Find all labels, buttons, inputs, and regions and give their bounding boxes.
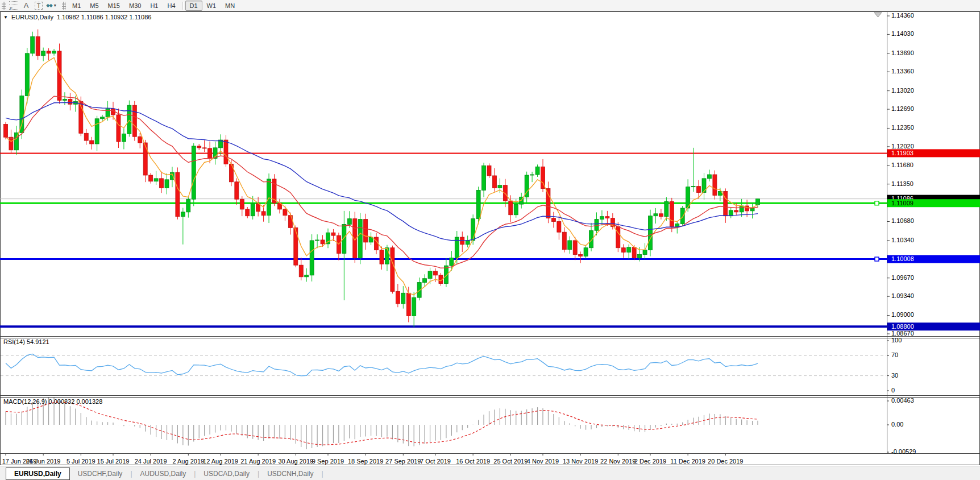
mt5-terminal: F A T ◆◆▾ M1 M5 M15 M30 H1 H4 D1 W1 MN 1… xyxy=(0,0,980,480)
toolbar: F A T ◆◆▾ M1 M5 M15 M30 H1 H4 D1 W1 MN xyxy=(0,0,980,11)
timeframe-w1-button[interactable]: W1 xyxy=(202,1,221,11)
svg-text:0.00463: 0.00463 xyxy=(891,397,914,404)
svg-text:1.13020: 1.13020 xyxy=(891,87,914,94)
svg-text:12 Aug 2019: 12 Aug 2019 xyxy=(203,458,238,465)
svg-text:1.10340: 1.10340 xyxy=(891,237,914,243)
svg-text:-0.00529: -0.00529 xyxy=(891,448,916,455)
svg-text:24 Jul 2019: 24 Jul 2019 xyxy=(135,458,167,465)
svg-text:16 Oct 2019: 16 Oct 2019 xyxy=(456,458,490,465)
chart-area[interactable]: 1.143601.140301.136901.133601.130201.126… xyxy=(0,11,980,465)
svg-text:1.12690: 1.12690 xyxy=(891,105,914,112)
svg-text:25 Oct 2019: 25 Oct 2019 xyxy=(493,458,528,465)
text-icon[interactable]: A xyxy=(20,1,32,10)
toolbar-grip[interactable] xyxy=(2,2,6,10)
tab-eurusd[interactable]: EURUSD,Daily xyxy=(6,467,70,480)
svg-text:20 Dec 2019: 20 Dec 2019 xyxy=(708,458,743,465)
svg-text:1.12020: 1.12020 xyxy=(891,143,914,150)
svg-text:2 Dec 2019: 2 Dec 2019 xyxy=(634,458,666,465)
svg-text:1.13360: 1.13360 xyxy=(891,68,914,75)
timeframe-h1-button[interactable]: H1 xyxy=(146,1,163,11)
svg-text:1.10008: 1.10008 xyxy=(891,255,914,262)
support-line-handle[interactable] xyxy=(875,257,879,261)
svg-text:1.12350: 1.12350 xyxy=(891,124,914,131)
svg-text:7 Oct 2019: 7 Oct 2019 xyxy=(420,458,451,465)
svg-text:1.14030: 1.14030 xyxy=(891,30,914,37)
svg-text:2 Aug 2019: 2 Aug 2019 xyxy=(172,458,204,465)
timeframe-d1-button[interactable]: D1 xyxy=(185,1,202,11)
tab-usdcnh[interactable]: USDCNH,Daily xyxy=(259,468,321,479)
timeframe-m1-button[interactable]: M1 xyxy=(68,1,85,11)
svg-text:1.11680: 1.11680 xyxy=(891,162,913,168)
chart-tab-bar: EURUSD,Daily USDCHF,Daily | AUDUSD,Daily… xyxy=(0,466,980,480)
svg-text:22 Nov 2019: 22 Nov 2019 xyxy=(600,458,636,465)
svg-text:1.11350: 1.11350 xyxy=(891,180,913,187)
timeframe-m15-button[interactable]: M15 xyxy=(103,1,124,11)
timeframe-m5-button[interactable]: M5 xyxy=(85,1,103,11)
fibonacci-glyph: F xyxy=(9,1,18,10)
svg-text:13 Nov 2019: 13 Nov 2019 xyxy=(563,458,598,465)
svg-text:5 Jul 2019: 5 Jul 2019 xyxy=(67,458,95,465)
tab-divider: | xyxy=(321,470,323,478)
svg-text:9 Sep 2019: 9 Sep 2019 xyxy=(312,458,344,465)
svg-text:1.09340: 1.09340 xyxy=(891,292,914,299)
svg-text:27 Sep 2019: 27 Sep 2019 xyxy=(385,458,421,465)
toolbar-separator xyxy=(182,2,183,10)
fibonacci-icon[interactable]: F xyxy=(8,1,19,10)
timeframe-m30-button[interactable]: M30 xyxy=(124,1,146,11)
timeframe-h4-button[interactable]: H4 xyxy=(163,1,180,11)
tab-usdchf[interactable]: USDCHF,Daily xyxy=(70,468,131,479)
svg-text:70: 70 xyxy=(891,351,898,358)
svg-text:1.13690: 1.13690 xyxy=(891,49,914,56)
svg-text:1.08800: 1.08800 xyxy=(891,323,914,330)
timeframe-mn-button[interactable]: MN xyxy=(221,1,239,11)
svg-text:1.10680: 1.10680 xyxy=(891,217,914,224)
svg-text:0.00: 0.00 xyxy=(891,421,903,428)
svg-text:1.09670: 1.09670 xyxy=(891,274,914,281)
svg-text:1.09000: 1.09000 xyxy=(891,311,914,318)
svg-text:26 Jun 2019: 26 Jun 2019 xyxy=(26,458,61,465)
arrow-objects-icon[interactable]: ◆◆▾ xyxy=(45,1,57,10)
svg-text:30: 30 xyxy=(891,372,898,379)
text-label-icon[interactable]: T xyxy=(33,1,44,10)
pivot-line-handle[interactable] xyxy=(875,201,879,205)
svg-text:1.14360: 1.14360 xyxy=(891,12,914,19)
svg-text:18 Sep 2019: 18 Sep 2019 xyxy=(348,458,383,465)
svg-text:1.11009: 1.11009 xyxy=(891,200,913,206)
svg-text:15 Jul 2019: 15 Jul 2019 xyxy=(97,458,130,465)
toolbar-grip-2[interactable] xyxy=(62,2,66,10)
chevron-down-icon: ▾ xyxy=(54,3,56,8)
svg-text:30 Aug 2019: 30 Aug 2019 xyxy=(278,458,313,465)
svg-text:4 Nov 2019: 4 Nov 2019 xyxy=(527,458,559,465)
svg-text:11 Dec 2019: 11 Dec 2019 xyxy=(670,458,705,465)
svg-text:100: 100 xyxy=(891,337,902,344)
svg-text:1.08670: 1.08670 xyxy=(891,330,914,337)
svg-text:21 Aug 2019: 21 Aug 2019 xyxy=(240,458,276,465)
tab-audusd[interactable]: AUDUSD,Daily xyxy=(132,468,194,479)
svg-text:1.11903: 1.11903 xyxy=(891,150,913,156)
tab-usdcad[interactable]: USDCAD,Daily xyxy=(196,468,258,479)
svg-text:0: 0 xyxy=(891,387,895,394)
